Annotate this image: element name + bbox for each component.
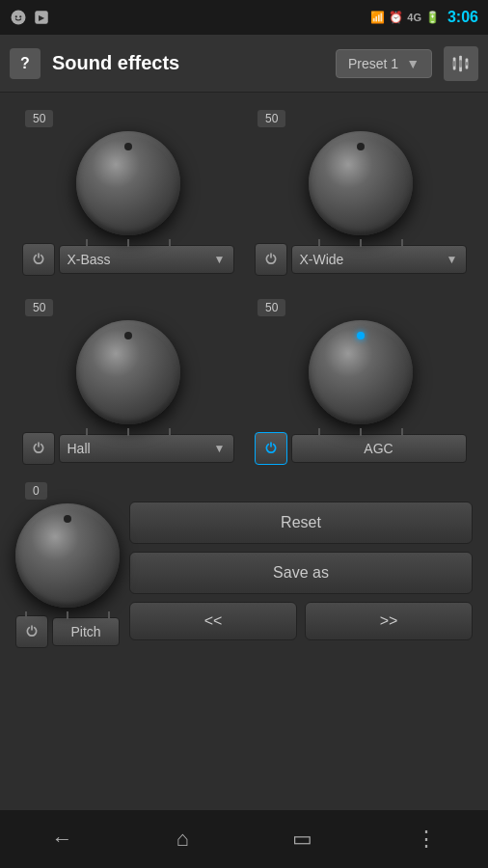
xbass-controls: X-Bass ▼ [22,243,234,276]
reset-button[interactable]: Reset [129,502,473,544]
svg-point-1 [15,15,17,17]
agc-controls: AGC [255,432,467,465]
svg-rect-6 [453,61,456,67]
menu-button[interactable]: ⋮ [416,827,437,852]
equalizer-button[interactable] [444,46,478,81]
android-icon [10,9,27,26]
tick-center [127,428,129,436]
agc-knob[interactable] [309,320,413,424]
bottom-nav: ← ⌂ ▭ ⋮ [0,810,488,868]
page-title: Sound effects [52,52,324,74]
network-4g: 4G [407,12,421,23]
xbass-value: 50 [25,110,53,127]
help-button[interactable]: ? [10,48,41,79]
pitch-label-button[interactable]: Pitch [52,617,120,646]
xbass-cell: 50 X-Bas [15,102,240,284]
knob-grid: 50 X-Bas [15,102,473,473]
xbass-knob-wrap [76,131,180,235]
pitch-knob-wrap [15,503,120,608]
preset-arrow-icon: ▼ [406,56,420,71]
app-icon: ▶ [33,9,50,26]
pitch-knob-dot [64,515,71,523]
xwide-dropdown-arrow: ▼ [447,253,458,266]
equalizer-icon [450,53,472,74]
tick-left [318,239,320,247]
xwide-controls: X-Wide ▼ [255,243,467,276]
xbass-dropdown-arrow: ▼ [214,253,226,266]
tick-left [86,428,88,436]
xbass-label: X-Bass [68,252,111,267]
tick-right [401,239,403,247]
pitch-cell: 0 Pitch [15,482,120,648]
hall-knob[interactable] [76,320,180,424]
pitch-value: 0 [25,482,47,500]
agc-knob-wrap [309,320,413,424]
tick-center [360,239,362,247]
alarm-icon: ⏰ [389,11,403,24]
hall-knob-dot [124,332,132,339]
xbass-power-button[interactable] [22,243,55,276]
prev-button[interactable]: << [129,602,297,640]
back-button[interactable]: ← [51,827,72,852]
agc-knob-dot [357,332,365,339]
agc-value: 50 [258,299,285,316]
top-bar: ? Sound effects Preset 1 ▼ [0,35,488,93]
hall-dropdown-arrow: ▼ [214,442,226,455]
tick-center [360,428,362,436]
preset-selector[interactable]: Preset 1 ▼ [336,49,432,78]
hall-label-button[interactable]: Hall ▼ [59,434,234,463]
power-icon [31,441,46,456]
tick-left [25,611,27,619]
xbass-label-button[interactable]: X-Bass ▼ [59,245,234,274]
tick-left [318,428,320,436]
save-as-button[interactable]: Save as [129,552,473,594]
agc-label-button[interactable]: AGC [291,434,467,463]
power-icon [263,441,279,456]
bottom-section: 0 Pitch [15,482,473,648]
svg-text:▶: ▶ [39,14,45,22]
xwide-label-button[interactable]: X-Wide ▼ [291,245,467,274]
xbass-knob-dot [124,143,132,150]
agc-cell: 50 AGC [248,291,473,473]
hall-knob-wrap [76,320,180,424]
xwide-knob[interactable] [309,131,413,235]
tick-right [169,428,171,436]
tick-center [67,611,68,619]
power-icon [263,252,279,267]
main-content: 50 X-Bas [0,93,488,810]
preset-label: Preset 1 [348,56,398,71]
svg-rect-8 [459,60,462,67]
xbass-knob[interactable] [76,131,180,235]
tick-right [169,239,171,247]
xwide-knob-dot [357,143,365,150]
hall-cell: 50 Hall [15,291,240,473]
hall-power-button[interactable] [22,432,55,465]
pitch-power-button[interactable] [15,615,48,648]
status-left-icons: ▶ [10,9,50,26]
xwide-value: 50 [258,110,285,127]
xwide-cell: 50 X-Wid [248,102,473,284]
signal-icon: 📶 [370,11,385,24]
nav-buttons: << >> [129,602,473,640]
tick-right [108,611,110,619]
action-buttons: Reset Save as << >> [129,482,473,640]
xwide-power-button[interactable] [255,243,287,276]
hall-controls: Hall ▼ [22,432,234,465]
hall-value: 50 [25,299,53,316]
tick-right [401,428,403,436]
agc-label: AGC [364,441,393,456]
pitch-controls: Pitch [15,615,120,648]
xwide-label: X-Wide [300,252,344,267]
status-bar: ▶ 📶 ⏰ 4G 🔋 3:06 [0,0,488,35]
power-icon [31,252,46,267]
svg-rect-10 [466,62,469,66]
home-button[interactable]: ⌂ [176,827,188,852]
agc-power-button[interactable] [255,432,287,465]
pitch-knob[interactable] [15,503,120,608]
recents-button[interactable]: ▭ [292,827,312,852]
next-button[interactable]: >> [305,602,473,640]
svg-point-0 [12,11,26,25]
time-display: 3:06 [447,9,478,26]
tick-center [127,239,129,247]
battery-icon: 🔋 [425,11,440,24]
